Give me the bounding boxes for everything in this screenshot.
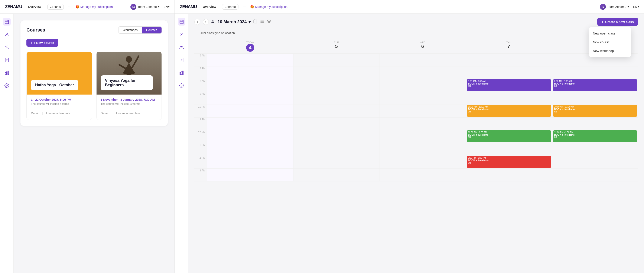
cal-date-range[interactable]: 4 - 10 March 2024 ▾ bbox=[212, 19, 250, 24]
svg-rect-0 bbox=[5, 20, 8, 24]
svg-rect-11 bbox=[5, 72, 6, 74]
thu-event-1[interactable]: 8:00 AM - 9:00 AM BOOK a live demo 0/1 bbox=[467, 79, 551, 91]
cal-col-thu: 8:00 AM - 9:00 AM BOOK a live demo 0/1 1… bbox=[466, 54, 552, 181]
fri-event-1[interactable]: 8:00 AM - 9:00 AM BOOK a live demo 0/1 bbox=[553, 79, 637, 91]
cal-next-btn[interactable]: › bbox=[203, 19, 209, 25]
courses-header: Courses Workshops Courses bbox=[26, 26, 162, 34]
left-nav-dots[interactable]: ··· bbox=[68, 4, 71, 9]
wed-hour-7 bbox=[380, 130, 466, 143]
right-nav-dots[interactable]: ··· bbox=[243, 4, 246, 9]
left-sidebar bbox=[0, 14, 14, 273]
course-card-1-actions: Detail | Use as a template bbox=[31, 109, 88, 115]
wed-hour-9 bbox=[380, 156, 466, 169]
svg-rect-12 bbox=[6, 72, 7, 75]
courses-card: Courses Workshops Courses + + New course… bbox=[20, 20, 168, 126]
fri-hour-10 bbox=[552, 169, 638, 181]
plus-icon: + bbox=[31, 41, 32, 44]
fri-event-2[interactable]: 10:00 AM - 11:00 AM BOOK a live demo 0/1 bbox=[553, 105, 637, 117]
gift-icon: 🎁 bbox=[76, 5, 79, 8]
today-hour-2 bbox=[207, 66, 293, 79]
right-lang-btn[interactable]: EN ▾ bbox=[633, 5, 639, 8]
tue-hour-8 bbox=[294, 143, 379, 156]
sidebar-doc-icon[interactable] bbox=[3, 56, 11, 64]
dropdown-new-open-class[interactable]: New open class bbox=[588, 29, 631, 38]
fri-hour-8 bbox=[552, 143, 638, 156]
cal-header-row: TODAY 4 TUE 5 WED 6 THU bbox=[194, 39, 638, 54]
left-avatar: TZ bbox=[130, 4, 136, 10]
cal-eye-icon[interactable] bbox=[267, 19, 271, 24]
wed-hour-6 bbox=[380, 118, 466, 130]
filter-bar[interactable]: Filter class type or location bbox=[194, 29, 638, 37]
right-subscription-btn[interactable]: 🎁 Manage my subscription bbox=[250, 5, 288, 8]
cal-day-thu: THU 7 bbox=[466, 39, 552, 53]
today-hour-8 bbox=[207, 143, 293, 156]
right-sidebar-chart-icon[interactable] bbox=[178, 69, 186, 77]
right-sidebar-doc-icon[interactable] bbox=[178, 56, 186, 64]
sidebar-calendar-icon[interactable] bbox=[3, 18, 11, 25]
right-nav-zenamu[interactable]: Zenamu bbox=[222, 4, 238, 9]
wed-hour-10 bbox=[380, 169, 466, 181]
cal-prev-btn[interactable]: ‹ bbox=[194, 19, 200, 25]
tab-workshops[interactable]: Workshops bbox=[118, 27, 142, 33]
today-hour-10 bbox=[207, 169, 293, 181]
left-subscription-btn[interactable]: 🎁 Manage my subscription bbox=[76, 5, 113, 8]
left-nav-zenamu[interactable]: Zenamu bbox=[47, 4, 64, 9]
thu-hour-8 bbox=[466, 143, 552, 156]
svg-rect-31 bbox=[254, 20, 257, 23]
today-hour-6 bbox=[207, 118, 293, 130]
time-11am: 11 AM bbox=[194, 118, 207, 130]
create-class-button[interactable]: + Create a new class bbox=[597, 18, 638, 26]
course-card-2-template[interactable]: Use as a template bbox=[116, 112, 140, 115]
dropdown-new-course[interactable]: New course bbox=[588, 38, 631, 46]
cal-day-tue: TUE 5 bbox=[293, 39, 379, 53]
right-sidebar-settings-icon[interactable] bbox=[178, 82, 186, 89]
right-team-btn[interactable]: TZ Team Zenamu ▾ bbox=[600, 4, 629, 10]
fri-event-3[interactable]: 12:00 PM - 1:00 PM BOOK a live demo 0/1 bbox=[553, 130, 637, 142]
right-topbar: ZENAMU Overview Zenamu ··· 🎁 Manage my s… bbox=[175, 0, 644, 14]
left-lang-chevron: ▾ bbox=[168, 5, 170, 8]
left-nav-overview[interactable]: Overview bbox=[26, 4, 43, 9]
cal-day-wed: WED 6 bbox=[380, 39, 466, 53]
left-logo: ZENAMU bbox=[5, 4, 22, 9]
today-hour-1 bbox=[207, 54, 293, 66]
right-sidebar-person-icon[interactable] bbox=[178, 31, 186, 38]
thu-event-4[interactable]: 2:00 PM - 3:00 PM BOOK a live demo 0/1 bbox=[467, 156, 551, 168]
thu-event-2[interactable]: 10:00 AM - 11:00 AM BOOK a live demo 0/1 bbox=[467, 105, 551, 117]
course-card-1-image: Hatha Yoga - October bbox=[27, 52, 92, 95]
cal-day-today: TODAY 4 bbox=[207, 39, 293, 53]
right-sidebar-calendar-icon[interactable] bbox=[178, 18, 186, 25]
cal-list-icon[interactable] bbox=[260, 19, 264, 24]
right-team-chevron: ▾ bbox=[628, 5, 629, 8]
time-2pm: 2 PM bbox=[194, 156, 207, 169]
time-6am: 6 AM bbox=[194, 54, 207, 66]
thu-event-3[interactable]: 12:00 PM - 1:00 PM BOOK a live demo 0/1 bbox=[467, 130, 551, 142]
left-topbar: ZENAMU Overview Zenamu ··· 🎁 Manage my s… bbox=[0, 0, 174, 14]
course-card-1-template[interactable]: Use as a template bbox=[46, 112, 70, 115]
time-8am: 8 AM bbox=[194, 79, 207, 92]
dropdown-new-workshop[interactable]: New workshop bbox=[588, 46, 631, 55]
svg-point-4 bbox=[6, 33, 8, 34]
left-team-btn[interactable]: TZ Team Zenamu ▾ bbox=[130, 4, 159, 10]
svg-rect-16 bbox=[180, 20, 183, 24]
right-main: ‹ › 4 - 10 March 2024 ▾ bbox=[175, 14, 644, 273]
sidebar-chart-icon[interactable] bbox=[3, 69, 11, 77]
sidebar-group-icon[interactable] bbox=[3, 43, 11, 51]
sidebar-settings-icon[interactable] bbox=[3, 82, 11, 89]
course-card-1-detail[interactable]: Detail bbox=[31, 112, 38, 115]
tab-courses[interactable]: Courses bbox=[142, 27, 162, 33]
time-1pm: 1 PM bbox=[194, 143, 207, 156]
courses-grid: Hatha Yoga - October 1 - 22 October 2027… bbox=[26, 52, 162, 120]
right-sidebar-group-icon[interactable] bbox=[178, 43, 186, 51]
course-card-2-title: Vinyasa Yoga for Beginners bbox=[101, 75, 153, 90]
left-lang-btn[interactable]: EN ▾ bbox=[164, 5, 170, 8]
cal-view-icons bbox=[253, 19, 271, 24]
sidebar-person-icon[interactable] bbox=[3, 31, 11, 38]
course-card-2-actions: Detail | Use as a template bbox=[101, 109, 158, 115]
right-nav-overview[interactable]: Overview bbox=[201, 4, 218, 9]
fri-hour-2 bbox=[552, 66, 638, 79]
cal-calendar-icon[interactable] bbox=[253, 19, 258, 24]
new-course-button[interactable]: + + New course bbox=[26, 39, 58, 47]
course-card-2-detail[interactable]: Detail bbox=[101, 112, 108, 115]
course-card-2-date: 1 November - 3 January 2028, 7:30 AM bbox=[101, 98, 158, 101]
cal-col-tue bbox=[293, 54, 379, 181]
